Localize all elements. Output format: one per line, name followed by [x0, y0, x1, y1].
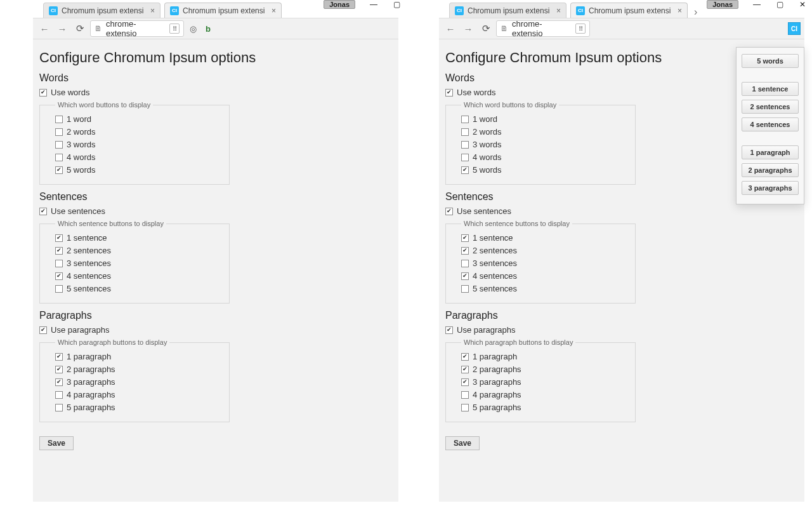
- use-paragraphs-checkbox[interactable]: [39, 326, 47, 334]
- use-words-row: Use words: [39, 88, 398, 97]
- popup-insert-button[interactable]: 1 sentence: [742, 82, 799, 96]
- words-option-checkbox[interactable]: [55, 154, 63, 161]
- popup-insert-button[interactable]: 5 words: [742, 54, 799, 68]
- window-minimize-icon[interactable]: —: [752, 0, 761, 9]
- tab-favicon: CI: [49, 6, 58, 15]
- use-paragraphs-row: Use paragraphs: [445, 325, 804, 335]
- sentences-option-checkbox[interactable]: [461, 272, 469, 280]
- window-maximize-icon[interactable]: ▢: [775, 0, 784, 9]
- back-icon[interactable]: ←: [37, 21, 52, 36]
- paragraphs-option-checkbox[interactable]: [461, 378, 469, 386]
- reload-icon[interactable]: ⟳: [72, 21, 88, 36]
- paragraphs-option-checkbox[interactable]: [461, 353, 469, 361]
- words-option-checkbox[interactable]: [55, 116, 63, 123]
- paragraphs-option-checkbox[interactable]: [55, 404, 63, 411]
- reload-icon[interactable]: ⟳: [478, 21, 494, 36]
- save-button[interactable]: Save: [445, 436, 480, 450]
- sentences-option: 1 sentence: [461, 233, 629, 243]
- words-option-checkbox[interactable]: [461, 154, 469, 161]
- tab-favicon: CI: [576, 6, 585, 15]
- browser-tab[interactable]: CIChromum ipsum extensio×: [164, 3, 282, 18]
- sentences-option-checkbox[interactable]: [461, 285, 469, 293]
- paragraphs-option-checkbox[interactable]: [461, 366, 469, 373]
- bold-extension-icon[interactable]: b: [202, 22, 214, 35]
- translate-icon[interactable]: ⠿: [575, 23, 586, 34]
- paragraphs-options-legend: Which paragraph buttons to display: [55, 338, 169, 346]
- sentences-option: 3 sentences: [55, 258, 223, 268]
- tab-close-icon[interactable]: ×: [272, 6, 276, 15]
- sentences-option-checkbox[interactable]: [55, 247, 63, 255]
- paragraphs-option-checkbox[interactable]: [55, 353, 63, 361]
- paragraphs-option-label: 4 paragraphs: [473, 390, 521, 399]
- tab-close-icon[interactable]: ×: [150, 6, 155, 15]
- tab-close-icon[interactable]: ×: [556, 6, 561, 15]
- paragraphs-heading: Paragraphs: [445, 310, 804, 321]
- use-sentences-checkbox[interactable]: [39, 208, 47, 215]
- options-extension-icon[interactable]: ◎: [187, 22, 199, 35]
- sentences-option-checkbox[interactable]: [461, 260, 469, 267]
- sentences-option: 4 sentences: [461, 271, 629, 281]
- paragraphs-option-checkbox[interactable]: [55, 366, 63, 373]
- sentences-option-checkbox[interactable]: [461, 247, 469, 255]
- popup-insert-button[interactable]: 1 paragraph: [742, 145, 799, 159]
- paragraphs-option-checkbox[interactable]: [461, 404, 469, 411]
- browser-tab[interactable]: CIChromum ipsum extensio×: [449, 3, 566, 18]
- paragraphs-option-label: 4 paragraphs: [67, 390, 115, 399]
- translate-icon[interactable]: ⠿: [169, 23, 180, 34]
- window-maximize-icon[interactable]: ▢: [392, 0, 401, 9]
- use-paragraphs-row: Use paragraphs: [39, 325, 398, 335]
- forward-icon[interactable]: →: [55, 21, 70, 36]
- use-words-checkbox[interactable]: [39, 89, 47, 97]
- words-option-checkbox[interactable]: [55, 141, 63, 149]
- sentences-option-checkbox[interactable]: [461, 234, 469, 242]
- window-minimize-icon[interactable]: —: [369, 0, 378, 9]
- tab-overflow-icon[interactable]: ›: [691, 6, 700, 18]
- paragraphs-option: 4 paragraphs: [461, 390, 629, 399]
- use-sentences-checkbox[interactable]: [445, 208, 453, 215]
- words-option-checkbox[interactable]: [461, 116, 469, 123]
- paragraphs-option: 5 paragraphs: [55, 403, 223, 412]
- paragraphs-option-label: 1 paragraph: [67, 352, 111, 361]
- sentences-option-checkbox[interactable]: [55, 234, 63, 242]
- options-page: Configure Chromum Ipsum optionsWordsUse …: [33, 39, 398, 502]
- window-close-icon[interactable]: ✕: [798, 0, 807, 9]
- chromum-ipsum-extension-icon[interactable]: CI: [788, 22, 801, 35]
- words-option-checkbox[interactable]: [461, 141, 469, 149]
- words-option-label: 1 word: [67, 114, 91, 124]
- popup-insert-button[interactable]: 2 paragraphs: [742, 163, 799, 177]
- sentences-option-checkbox[interactable]: [55, 285, 63, 293]
- use-paragraphs-checkbox[interactable]: [445, 326, 453, 334]
- back-icon[interactable]: ←: [443, 21, 458, 36]
- use-words-checkbox[interactable]: [445, 89, 453, 97]
- popup-insert-button[interactable]: 3 paragraphs: [742, 181, 799, 195]
- words-options-legend: Which word buttons to display: [55, 101, 153, 109]
- paragraphs-option-checkbox[interactable]: [55, 378, 63, 386]
- omnibox[interactable]: 🗎 chrome-extensio ⠿: [496, 20, 590, 37]
- save-button[interactable]: Save: [39, 436, 74, 450]
- words-options-group: Which word buttons to display1 word2 wor…: [39, 101, 230, 185]
- paragraphs-option-checkbox[interactable]: [461, 391, 469, 399]
- browser-tab[interactable]: CIChromum ipsum extensio×: [43, 3, 160, 18]
- words-option-checkbox[interactable]: [461, 166, 469, 174]
- sentences-option-checkbox[interactable]: [55, 272, 63, 280]
- sentences-option-checkbox[interactable]: [55, 260, 63, 267]
- paragraphs-option-checkbox[interactable]: [55, 391, 63, 399]
- browser-tab[interactable]: CIChromum ipsum extensio×: [570, 3, 688, 18]
- tab-close-icon[interactable]: ×: [678, 6, 682, 15]
- omnibox-text: chrome-extensio: [106, 19, 166, 38]
- sentences-heading: Sentences: [39, 191, 398, 203]
- words-option-label: 2 words: [473, 127, 502, 137]
- words-option-checkbox[interactable]: [461, 128, 469, 136]
- use-sentences-label: Use sentences: [457, 206, 511, 216]
- words-option: 3 words: [461, 140, 629, 149]
- words-option-checkbox[interactable]: [55, 128, 63, 136]
- paragraphs-option-label: 2 paragraphs: [67, 364, 115, 374]
- forward-icon[interactable]: →: [461, 21, 476, 36]
- popup-insert-button[interactable]: 4 sentences: [742, 117, 799, 131]
- tab-title: Chromum ipsum extensio: [183, 6, 265, 15]
- popup-insert-button[interactable]: 2 sentences: [742, 100, 799, 114]
- use-sentences-row: Use sentences: [39, 206, 398, 216]
- omnibox[interactable]: 🗎 chrome-extensio ⠿: [90, 20, 184, 37]
- words-option-checkbox[interactable]: [55, 166, 63, 174]
- sentences-option: 2 sentences: [55, 246, 223, 255]
